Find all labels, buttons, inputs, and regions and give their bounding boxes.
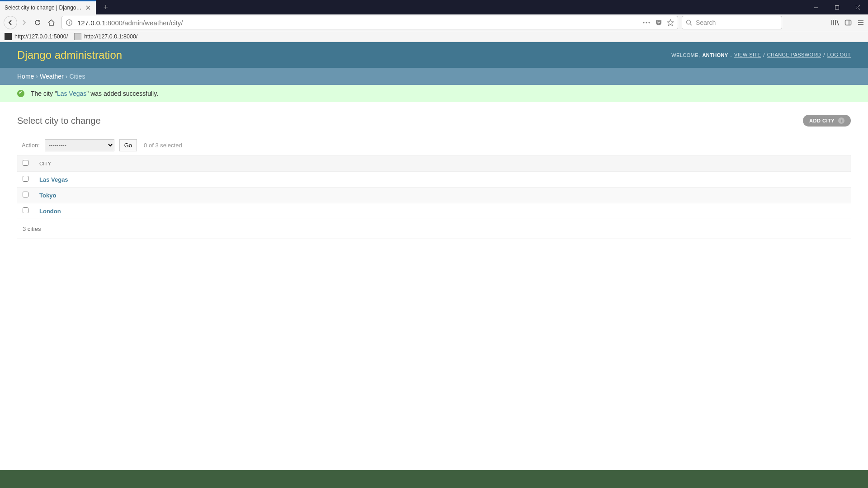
browser-toolbar: 127.0.0.1:8000/admin/weather/city/ Searc…: [0, 14, 868, 31]
bookmark-label: http://127.0.0.1:5000/: [14, 33, 68, 40]
svg-rect-8: [845, 20, 851, 25]
nav-reload-button[interactable]: [31, 16, 44, 29]
row-link[interactable]: Tokyo: [39, 192, 56, 199]
table-row: Las Vegas: [17, 172, 851, 188]
row-link[interactable]: Las Vegas: [39, 176, 68, 183]
svg-point-4: [643, 22, 644, 23]
sidebar-icon[interactable]: [844, 19, 852, 26]
svg-point-7: [687, 20, 691, 24]
window-minimize-button[interactable]: [806, 0, 826, 14]
taskbar: [0, 470, 868, 488]
result-count: 3 cities: [17, 219, 851, 239]
add-city-button[interactable]: ADD CITY +: [803, 115, 851, 127]
bookmark-favicon-icon: [74, 33, 81, 40]
selection-count: 0 of 3 selected: [144, 142, 182, 149]
svg-point-5: [646, 22, 647, 23]
user-links: WELCOME, ANTHONY. VIEW SITE / CHANGE PAS…: [671, 52, 851, 58]
view-site-link[interactable]: VIEW SITE: [734, 52, 761, 58]
close-tab-icon[interactable]: [85, 5, 91, 11]
new-tab-button[interactable]: +: [100, 2, 111, 13]
browser-tab[interactable]: Select city to change | Django site a: [0, 0, 96, 14]
page-heading: Select city to change: [17, 116, 101, 126]
admin-header: Django administration WELCOME, ANTHONY. …: [0, 42, 868, 68]
action-label: Action:: [22, 142, 40, 149]
breadcrumb-current: Cities: [69, 73, 85, 80]
bookmark-item[interactable]: http://127.0.0.1:5000/: [5, 33, 68, 40]
username: ANTHONY: [702, 52, 728, 58]
titlebar: Select city to change | Django site a +: [0, 0, 868, 14]
url-path: :8000/admin/weather/city/: [106, 19, 183, 27]
success-message: The city "Las Vegas" was added successfu…: [0, 85, 868, 102]
url-host: 127.0.0.1: [77, 19, 106, 27]
tab-title: Select city to change | Django site a: [5, 5, 82, 11]
breadcrumb-app[interactable]: Weather: [40, 73, 64, 80]
window-maximize-button[interactable]: [826, 0, 847, 14]
row-link[interactable]: London: [39, 208, 61, 215]
bookmark-item[interactable]: http://127.0.0.1:8000/: [74, 33, 137, 40]
welcome-text: WELCOME,: [671, 52, 700, 58]
changelist-table: CITY Las VegasTokyoLondon: [17, 155, 851, 219]
svg-rect-0: [835, 5, 839, 9]
site-title[interactable]: Django administration: [17, 49, 122, 61]
bookmark-label: http://127.0.0.1:8000/: [84, 33, 137, 40]
row-checkbox[interactable]: [23, 176, 28, 182]
nav-forward-button[interactable]: [17, 16, 31, 29]
library-icon[interactable]: [831, 19, 839, 26]
row-checkbox[interactable]: [23, 192, 28, 197]
go-button[interactable]: Go: [119, 139, 137, 151]
select-all-checkbox[interactable]: [23, 160, 28, 166]
svg-rect-3: [69, 21, 69, 22]
url-bar[interactable]: 127.0.0.1:8000/admin/weather/city/: [61, 16, 678, 29]
plus-icon: +: [838, 117, 844, 124]
table-row: London: [17, 203, 851, 219]
pocket-icon[interactable]: [655, 19, 662, 26]
breadcrumb: Home › Weather › Cities: [0, 68, 868, 85]
success-icon: [17, 90, 24, 97]
breadcrumb-home[interactable]: Home: [17, 73, 34, 80]
page-actions-icon[interactable]: [642, 19, 651, 26]
search-bar[interactable]: Search: [682, 16, 782, 29]
search-placeholder: Search: [696, 19, 716, 26]
row-checkbox[interactable]: [23, 207, 28, 213]
bookmark-bar: http://127.0.0.1:5000/ http://127.0.0.1:…: [0, 31, 868, 42]
svg-point-6: [648, 22, 650, 23]
window-close-button[interactable]: [847, 0, 868, 14]
add-button-label: ADD CITY: [809, 118, 835, 123]
message-object-link[interactable]: Las Vegas: [57, 90, 86, 97]
menu-icon[interactable]: [857, 19, 864, 26]
nav-back-button[interactable]: [4, 16, 17, 29]
bookmark-star-icon[interactable]: [667, 19, 674, 26]
logout-link[interactable]: LOG OUT: [827, 52, 851, 58]
bookmark-favicon-icon: [5, 33, 12, 40]
nav-home-button[interactable]: [44, 16, 58, 29]
table-row: Tokyo: [17, 188, 851, 203]
svg-rect-2: [69, 22, 69, 24]
column-header-city[interactable]: CITY: [34, 155, 851, 172]
action-select[interactable]: ---------: [45, 139, 114, 151]
change-password-link[interactable]: CHANGE PASSWORD: [767, 52, 821, 58]
